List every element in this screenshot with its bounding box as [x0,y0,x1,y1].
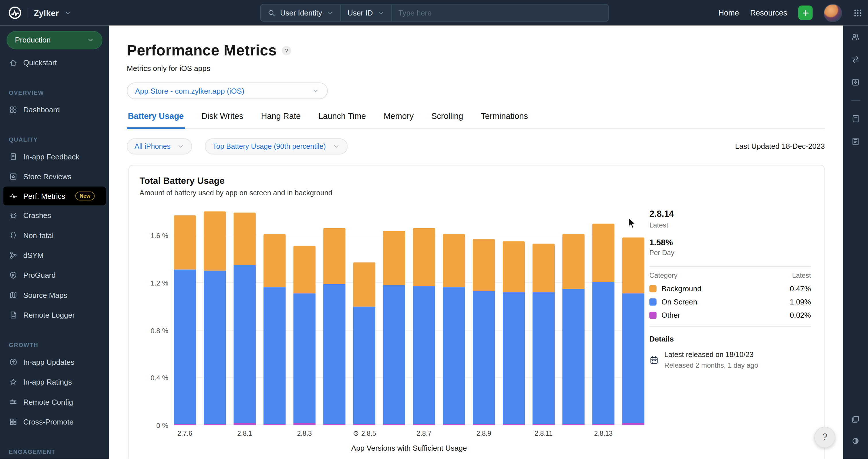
tab-disk-writes[interactable]: Disk Writes [200,108,244,129]
add-button[interactable] [798,5,812,20]
sidebar-item-source-maps[interactable]: Source Maps [0,285,109,305]
app-root: Zylker User Identity User ID Home Resour… [0,0,868,459]
tabs: Battery UsageDisk WritesHang RateLaunch … [127,108,825,129]
chevron-down-icon [377,9,384,17]
bar-2-8-6[interactable] [383,231,405,425]
bar-segment-other [532,424,555,425]
new-badge: New [75,191,95,201]
journal-icon[interactable] [851,137,860,146]
bar-segment-other [353,424,375,425]
device-filter-label: All iPhones [134,142,170,151]
tab-terminations[interactable]: Terminations [480,108,529,129]
app-selector[interactable]: App Store - com.zylker.app (iOS) [127,83,328,99]
bar-segment-background [413,228,435,286]
legend-row-on-screen: On Screen1.09% [649,298,811,306]
sidebar-item-dashboard[interactable]: Dashboard [0,100,109,120]
bar-2-8-14[interactable] [622,238,644,425]
brand-name[interactable]: Zylker [34,8,59,18]
help-icon[interactable]: ? [282,46,291,55]
y-tick-1-6: 1.6 % [140,232,168,240]
tab-battery-usage[interactable]: Battery Usage [127,108,185,129]
sidebar-item-proguard[interactable]: ProGuard [0,265,109,285]
home-link[interactable]: Home [718,8,739,17]
sidebar-item-label: Remote Logger [23,311,75,319]
bar-segment-background [383,231,405,285]
x-tick-2-7-6: 2.7.6 [165,430,204,437]
tab-launch-time[interactable]: Launch Time [317,108,367,129]
bar-segment-background [473,239,495,291]
windows-icon[interactable] [851,415,860,424]
sidebar-item-quickstart[interactable]: Quickstart [0,53,109,72]
bar-2-8-3[interactable] [293,246,315,425]
metric-filter[interactable]: Top Battery Usage (90th percentile) [205,139,347,155]
sidebar-item-dsym[interactable]: dSYM [0,245,109,265]
bar-2-8-10[interactable] [503,241,525,425]
environment-selector[interactable]: Production [7,31,102,50]
extensions-icon[interactable] [851,78,860,87]
transfer-icon[interactable] [851,55,860,64]
legend-swatch-background [649,285,657,293]
sidebar-item-non-fatal[interactable]: Non-fatal [0,225,109,245]
feedback-icon [9,152,18,161]
bar-2-7-6[interactable] [174,215,196,425]
bar-segment-background [234,213,256,265]
bar-segment-background [562,234,585,289]
sidebar-item-cross-promote[interactable]: Cross-Promote [0,412,109,432]
tab-hang-rate[interactable]: Hang Rate [260,108,302,129]
bar-2-8-5[interactable] [353,263,375,425]
contrast-icon[interactable] [851,436,860,446]
bar-segment-other [293,423,315,425]
y-tick-1-2: 1.2 % [140,279,168,287]
sidebar-item-crashes[interactable]: Crashes [0,205,109,225]
user-avatar[interactable] [824,4,842,22]
bar-2-8-11[interactable] [532,244,555,425]
bar-2-8-13[interactable] [592,223,614,425]
logo-icon[interactable] [8,5,22,20]
bar-2-8-8[interactable] [443,234,465,425]
bar-2-8-4[interactable] [323,228,345,425]
sidebar-item-in-app-updates[interactable]: In-app Updates [0,352,109,372]
search-category-dropdown[interactable]: User Identity [261,4,340,21]
chevron-down-icon [177,143,184,150]
sidebar-item-in-app-feedback[interactable]: In-app Feedback [0,147,109,166]
help-fab[interactable]: ? [814,427,835,448]
bar-2-8-1[interactable] [234,213,256,425]
sidebar-item-label: dSYM [23,251,44,259]
bar-segment-other [323,424,345,425]
apps-grid-icon[interactable] [853,8,863,18]
sidebar-item-remote-logger[interactable]: Remote Logger [0,305,109,325]
bar-segment-on-screen [204,271,226,424]
main-content: Performance Metrics ? Metrics only for i… [109,26,843,459]
tab-scrolling[interactable]: Scrolling [430,108,464,129]
search-key-dropdown[interactable]: User ID [341,4,391,21]
bar-segment-other [622,423,644,425]
sidebar-item-perf-metrics[interactable]: Perf. MetricsNew [3,186,106,205]
chevron-down-icon[interactable] [64,9,71,17]
contacts-icon[interactable] [851,32,860,42]
search-input[interactable] [392,4,608,21]
device-filter[interactable]: All iPhones [127,139,192,155]
sidebar-item-in-app-ratings[interactable]: In-app Ratings [0,372,109,392]
sidebar-item-store-reviews[interactable]: Store Reviews [0,166,109,186]
resources-link[interactable]: Resources [750,8,787,17]
release-age: Released 2 months, 1 day ago [664,362,758,369]
plus-icon [801,9,810,17]
topbar: Zylker User Identity User ID Home Resour… [0,0,868,26]
bar-2-8-2[interactable] [264,234,285,425]
bar-2-8-9[interactable] [473,239,495,425]
sidebar-item-remote-config[interactable]: Remote Config [0,392,109,412]
bar-2-8-0[interactable] [204,212,226,425]
bar-segment-background [353,263,375,306]
bar-2-8-7[interactable] [413,228,435,425]
bar-segment-background [293,246,315,294]
legend-rows: Background0.47%On Screen1.09%Other0.02% [649,285,811,319]
bar-segment-on-screen [353,306,375,424]
bar-2-8-12[interactable] [562,234,585,425]
glossary-icon[interactable] [851,114,860,123]
rail-divider [851,100,860,101]
per-day-label: Per Day [649,249,811,257]
tab-memory[interactable]: Memory [382,108,415,129]
bar-segment-on-screen [234,265,256,423]
pulse-icon [9,191,18,201]
bar-segment-on-screen [443,287,465,424]
